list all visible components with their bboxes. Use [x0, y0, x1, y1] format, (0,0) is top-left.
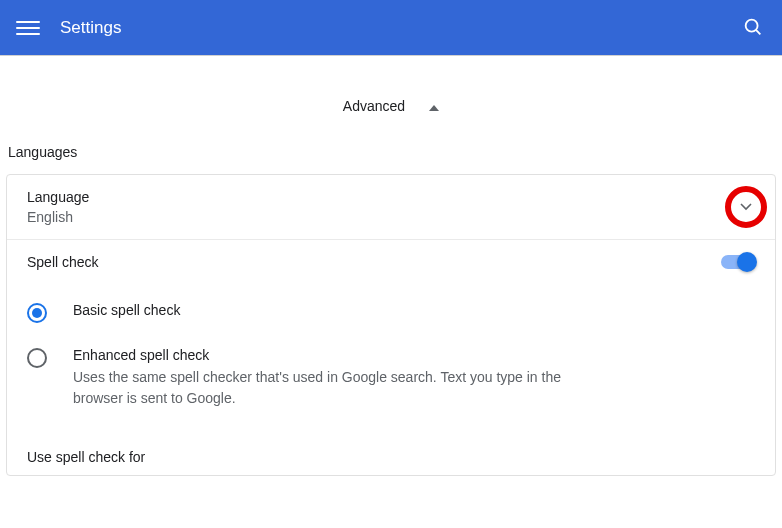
- spellcheck-row: Spell check: [7, 240, 775, 284]
- app-header: Settings: [0, 0, 782, 56]
- radio-enhanced-spellcheck[interactable]: Enhanced spell check Uses the same spell…: [27, 335, 755, 421]
- svg-point-0: [746, 19, 758, 31]
- menu-icon[interactable]: [16, 16, 40, 40]
- radio-description: Uses the same spell checker that's used …: [73, 367, 593, 409]
- spellcheck-toggle[interactable]: [721, 255, 755, 269]
- advanced-toggle[interactable]: Advanced: [0, 76, 782, 136]
- language-row[interactable]: Language English: [7, 175, 775, 240]
- caret-up-icon: [429, 98, 439, 114]
- header-title: Settings: [60, 18, 121, 38]
- radio-icon: [27, 303, 47, 323]
- spellcheck-radio-group: Basic spell check Enhanced spell check U…: [7, 284, 775, 431]
- use-spellcheck-for-label: Use spell check for: [7, 431, 775, 475]
- svg-line-1: [756, 29, 760, 33]
- languages-card: Language English Spell check: [6, 174, 776, 476]
- radio-basic-spellcheck[interactable]: Basic spell check: [27, 290, 755, 335]
- section-title-languages: Languages: [0, 136, 782, 174]
- chevron-down-icon[interactable]: [736, 197, 756, 217]
- spellcheck-label: Spell check: [27, 254, 721, 270]
- advanced-label: Advanced: [343, 98, 405, 114]
- radio-icon: [27, 348, 47, 368]
- language-value: English: [27, 209, 755, 225]
- search-icon[interactable]: [742, 16, 766, 40]
- language-label: Language: [27, 189, 755, 205]
- radio-label: Basic spell check: [73, 302, 180, 318]
- radio-label: Enhanced spell check: [73, 347, 593, 363]
